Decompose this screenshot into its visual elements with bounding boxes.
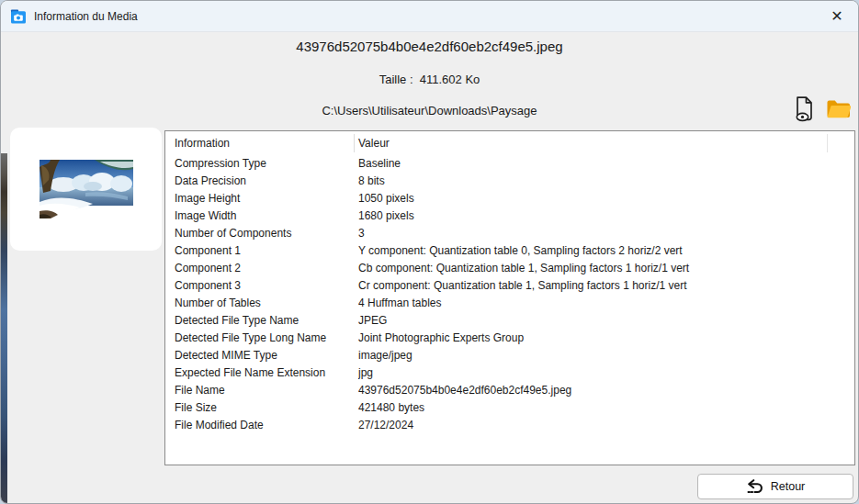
- return-arrow-icon: [746, 479, 764, 494]
- row-label: Component 3: [165, 279, 358, 292]
- thumbnail-image: [40, 160, 133, 218]
- table-row[interactable]: Data Precision8 bits: [165, 172, 854, 189]
- column-header-information: Information: [175, 137, 230, 150]
- row-value: Y component: Quantization table 0, Sampl…: [358, 244, 854, 257]
- row-label: Compression Type: [165, 157, 358, 170]
- row-label: Image Height: [165, 192, 358, 205]
- table-body: Compression TypeBaselineData Precision8 …: [165, 154, 854, 433]
- table-row[interactable]: Component 3Cr component: Quantization ta…: [165, 276, 854, 294]
- table-row[interactable]: Component 1Y component: Quantization tab…: [165, 241, 854, 259]
- row-value: 3: [358, 227, 854, 240]
- row-label: Expected File Name Extension: [165, 366, 358, 379]
- table-row[interactable]: Detected File Type NameJPEG: [165, 311, 854, 329]
- back-button-label: Retour: [771, 480, 806, 493]
- scrollbar-gutter-separator: [827, 134, 828, 152]
- row-value: 27/12/2024: [358, 419, 854, 431]
- window-title: Information du Media: [34, 10, 138, 23]
- row-label: Detected File Type Long Name: [165, 331, 358, 344]
- table-row[interactable]: Image Width1680 pixels: [165, 207, 854, 224]
- file-path-text: C:\Users\Utilisateur\Downloads\Paysage: [1, 104, 858, 118]
- row-label: Image Width: [165, 209, 358, 222]
- row-value: image/jpeg: [358, 349, 854, 362]
- table-row[interactable]: File Modified Date27/12/2024: [165, 416, 854, 433]
- row-label: Component 1: [165, 244, 358, 257]
- row-label: File Modified Date: [165, 419, 358, 431]
- folder-icon[interactable]: [826, 98, 851, 120]
- table-row[interactable]: Compression TypeBaseline: [165, 154, 854, 172]
- titlebar: Information du Media ✕: [1, 1, 858, 32]
- media-info-window: Information du Media ✕ 43976d52075b4b0e4…: [0, 0, 859, 504]
- table-row[interactable]: Number of Tables4 Huffman tables: [165, 294, 854, 311]
- file-name-heading: 43976d52075b4b0e4e2df60eb2cf49e5.jpeg: [1, 39, 858, 54]
- file-preview-eye-icon[interactable]: [793, 95, 815, 123]
- column-separator: [354, 134, 355, 152]
- row-value: 8 bits: [358, 174, 854, 187]
- row-value: jpg: [358, 366, 854, 379]
- row-value: Cr component: Quantization table 1, Samp…: [358, 279, 854, 292]
- table-header: Information Valeur: [165, 131, 854, 154]
- table-row[interactable]: Detected MIME Typeimage/jpeg: [165, 346, 854, 364]
- column-header-valeur: Valeur: [358, 137, 390, 150]
- thumbnail-card: [10, 128, 162, 251]
- row-label: Number of Tables: [165, 297, 358, 309]
- row-value: Joint Photographic Experts Group: [358, 331, 854, 344]
- row-value: Baseline: [358, 157, 854, 170]
- table-row[interactable]: File Size421480 bytes: [165, 398, 854, 416]
- row-label: File Name: [165, 384, 358, 397]
- table-row[interactable]: Expected File Name Extensionjpg: [165, 364, 854, 381]
- table-row[interactable]: Number of Components3: [165, 224, 854, 241]
- row-label: Detected File Type Name: [165, 314, 358, 327]
- row-value: 43976d52075b4b0e4e2df60eb2cf49e5.jpeg: [358, 384, 854, 397]
- row-label: File Size: [165, 401, 358, 414]
- table-row[interactable]: Image Height1050 pixels: [165, 189, 854, 207]
- background-photo-edge: [1, 153, 7, 503]
- row-value: 4 Huffman tables: [358, 297, 854, 309]
- row-label: Detected MIME Type: [165, 349, 358, 362]
- row-label: Number of Components: [165, 227, 358, 240]
- metadata-table: Information Valeur Compression TypeBasel…: [164, 130, 855, 465]
- table-row[interactable]: Component 2Cb component: Quantization ta…: [165, 259, 854, 276]
- row-value: 421480 bytes: [358, 401, 854, 414]
- file-size-text: Taille : 411.602 Ko: [1, 73, 858, 86]
- row-value: 1680 pixels: [358, 209, 854, 222]
- row-value: Cb component: Quantization table 1, Samp…: [358, 262, 854, 274]
- row-value: JPEG: [358, 314, 854, 327]
- row-value: 1050 pixels: [358, 192, 854, 205]
- table-row[interactable]: Detected File Type Long NameJoint Photog…: [165, 329, 854, 346]
- media-folder-icon: [10, 8, 27, 25]
- table-row[interactable]: File Name43976d52075b4b0e4e2df60eb2cf49e…: [165, 381, 854, 398]
- close-icon[interactable]: ✕: [823, 1, 851, 30]
- back-button[interactable]: Retour: [697, 474, 853, 499]
- row-label: Component 2: [165, 262, 358, 274]
- row-label: Data Precision: [165, 174, 358, 187]
